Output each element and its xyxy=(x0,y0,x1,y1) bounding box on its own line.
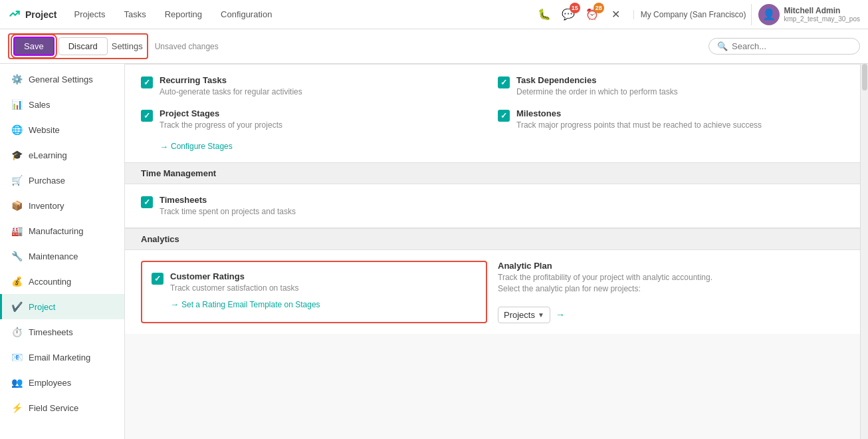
configure-stages-link[interactable]: → Configure Stages xyxy=(160,142,233,152)
sidebar-item-email-marketing[interactable]: 📧 Email Marketing xyxy=(0,345,124,370)
save-button[interactable]: Save xyxy=(13,37,54,56)
rating-email-template-link[interactable]: → Set a Rating Email Template on Stages xyxy=(170,299,477,309)
sidebar-item-manufacturing[interactable]: 🏭 Manufacturing xyxy=(0,218,124,243)
milestones-desc: Track major progress points that must be… xyxy=(516,120,762,131)
sidebar-item-field-service[interactable]: ⚡ Field Service xyxy=(0,395,124,420)
sidebar-label-accounting: Accounting xyxy=(29,277,71,287)
customer-ratings-checkmark: ✓ xyxy=(154,274,161,283)
recurring-tasks-setting: ✓ Recurring Tasks Auto-generate tasks fo… xyxy=(141,75,487,98)
milestones-checkbox[interactable]: ✓ xyxy=(498,110,510,122)
nav-reporting[interactable]: Reporting xyxy=(158,7,209,22)
milestones-text: Milestones Track major progress points t… xyxy=(516,108,762,131)
settings-label: Settings xyxy=(112,41,143,51)
timesheets-icon: ⏱️ xyxy=(10,325,23,339)
recurring-tasks-title: Recurring Tasks xyxy=(160,75,302,85)
sidebar-item-project[interactable]: ✔️ Project xyxy=(0,294,124,319)
sidebar-item-timesheets[interactable]: ⏱️ Timesheets xyxy=(0,319,124,345)
configure-stages-text: Configure Stages xyxy=(171,142,233,151)
company-info[interactable]: My Company (San Francisco) xyxy=(633,10,746,19)
project-stages-desc: Track the progress of your projects xyxy=(160,120,282,131)
sidebar-label-website: Website xyxy=(29,125,60,135)
analytic-plan-title: Analytic Plan xyxy=(498,261,712,271)
search-input[interactable] xyxy=(732,41,851,51)
project-stages-checkbox[interactable]: ✓ xyxy=(141,110,153,122)
timesheets-text: Timesheets Track time spent on projects … xyxy=(160,195,296,218)
sidebar: ⚙️ General Settings 📊 Sales 🌐 Website 🎓 … xyxy=(0,64,125,439)
sidebar-label-general-settings: General Settings xyxy=(29,74,93,84)
task-dependencies-text: Task Dependencies Determine the order in… xyxy=(516,75,678,98)
app-logo[interactable]: Project xyxy=(8,8,56,21)
sidebar-label-inventory: Inventory xyxy=(29,201,64,211)
customer-ratings-checkbox[interactable]: ✓ xyxy=(152,273,163,285)
nav-projects[interactable]: Projects xyxy=(67,7,112,22)
sidebar-label-field-service: Field Service xyxy=(29,403,78,413)
bug-icon[interactable]: 🐛 xyxy=(535,5,554,24)
manufacturing-icon: 🏭 xyxy=(10,224,23,237)
analytics-heading: Analytics xyxy=(125,228,860,250)
analytic-plan-dropdown-row: Projects ▼ → xyxy=(498,307,565,323)
sidebar-item-maintenance[interactable]: 🔧 Maintenance xyxy=(0,243,124,269)
customer-ratings-desc: Track customer satisfaction on tasks xyxy=(170,283,299,294)
analytic-plan-setting: Analytic Plan Track the profitability of… xyxy=(498,261,844,323)
sidebar-item-sales[interactable]: 📊 Sales xyxy=(0,92,124,117)
discard-button[interactable]: Discard xyxy=(58,37,108,55)
task-dependencies-setting: ✓ Task Dependencies Determine the order … xyxy=(498,75,844,98)
user-info: Mitchell Admin kmp_2_test_may_30_pos xyxy=(784,6,860,23)
sidebar-item-employees[interactable]: 👥 Employees xyxy=(0,370,124,395)
timesheets-checkbox[interactable]: ✓ xyxy=(141,196,153,208)
analytic-plan-desc: Track the profitability of your project … xyxy=(498,272,712,295)
timesheets-title: Timesheets xyxy=(160,195,296,205)
task-dependencies-checkbox[interactable]: ✓ xyxy=(498,76,510,88)
app-name: Project xyxy=(25,9,56,20)
recurring-tasks-text: Recurring Tasks Auto-generate tasks for … xyxy=(160,75,302,98)
sidebar-label-timesheets: Timesheets xyxy=(29,327,73,337)
close-icon[interactable]: ✕ xyxy=(607,5,625,24)
task-dependencies-checkmark: ✓ xyxy=(500,78,507,87)
search-icon: 🔍 xyxy=(717,41,728,51)
scrollbar-thumb[interactable] xyxy=(862,64,867,90)
task-dependencies-title: Task Dependencies xyxy=(516,75,678,85)
toolbar-actions-box: Save Discard Settings xyxy=(8,33,148,59)
sidebar-item-website[interactable]: 🌐 Website xyxy=(0,117,124,142)
analytic-plan-external-link[interactable]: → xyxy=(556,309,565,320)
time-management-heading: Time Management xyxy=(125,162,860,184)
search-box[interactable]: 🔍 xyxy=(708,38,860,55)
inventory-icon: 📦 xyxy=(10,199,23,212)
general-settings-icon: ⚙️ xyxy=(10,73,23,86)
nav-configuration[interactable]: Configuration xyxy=(214,7,278,22)
top-nav: Project Projects Tasks Reporting Configu… xyxy=(0,0,868,29)
user-session: kmp_2_test_may_30_pos xyxy=(784,15,860,23)
user-name: Mitchell Admin xyxy=(784,6,860,15)
milestones-setting: ✓ Milestones Track major progress points… xyxy=(498,108,844,152)
configure-stages-arrow: → xyxy=(160,142,168,152)
customer-ratings-text: Customer Ratings Track customer satisfac… xyxy=(170,271,299,294)
main-layout: ⚙️ General Settings 📊 Sales 🌐 Website 🎓 … xyxy=(0,64,868,439)
messages-icon[interactable]: 💬 15 xyxy=(559,5,578,24)
sidebar-label-maintenance: Maintenance xyxy=(29,251,78,261)
recurring-tasks-desc: Auto-generate tasks for regular activiti… xyxy=(160,86,302,98)
customer-ratings-setting: ✓ Customer Ratings Track customer satisf… xyxy=(141,261,487,323)
sidebar-item-inventory[interactable]: 📦 Inventory xyxy=(0,193,124,218)
scrollbar-area xyxy=(860,64,868,439)
recurring-tasks-checkbox[interactable]: ✓ xyxy=(141,76,153,88)
sidebar-item-elearning[interactable]: 🎓 eLearning xyxy=(0,142,124,168)
clock-icon[interactable]: ⏰ 28 xyxy=(583,5,601,24)
nav-icons: 🐛 💬 15 ⏰ 28 ✕ My Company (San Francisco)… xyxy=(535,4,860,25)
sidebar-item-purchase[interactable]: 🛒 Purchase xyxy=(0,168,124,193)
sidebar-item-general-settings[interactable]: ⚙️ General Settings xyxy=(0,67,124,92)
accounting-icon: 💰 xyxy=(10,275,23,288)
timesheets-setting: ✓ Timesheets Track time spent on project… xyxy=(141,195,844,218)
recurring-tasks-checkmark: ✓ xyxy=(144,78,150,87)
analytic-plan-dropdown[interactable]: Projects ▼ xyxy=(498,307,550,323)
sidebar-label-purchase: Purchase xyxy=(29,176,65,186)
sidebar-label-sales: Sales xyxy=(29,100,51,110)
sales-icon: 📊 xyxy=(10,98,23,111)
project-icon: ✔️ xyxy=(10,300,23,313)
project-stages-title: Project Stages xyxy=(160,108,282,118)
project-stages-setting: ✓ Project Stages Track the progress of y… xyxy=(141,108,487,152)
timesheets-section: ✓ Timesheets Track time spent on project… xyxy=(125,184,860,229)
nav-tasks[interactable]: Tasks xyxy=(117,7,152,22)
sidebar-item-accounting[interactable]: 💰 Accounting xyxy=(0,269,124,294)
messages-badge: 15 xyxy=(570,3,580,13)
user-section[interactable]: 👤 Mitchell Admin kmp_2_test_may_30_pos xyxy=(751,4,860,25)
